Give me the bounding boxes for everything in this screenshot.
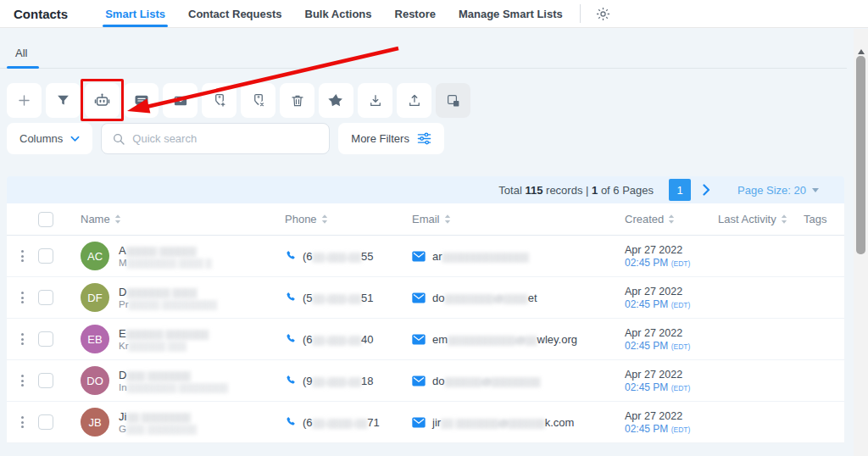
sort-icon bbox=[114, 214, 121, 225]
name-cell[interactable]: DO D▒▒▒ ▒▒▒▒▒▒▒ In▒▒▒▒▒▒▒▒ ▒▒▒▒▒▒▒▒ bbox=[75, 360, 278, 401]
created-date: Apr 27 2022 bbox=[625, 410, 682, 422]
phone-cell[interactable]: (6▒▒-▒▒▒-▒▒55 bbox=[278, 236, 405, 276]
name-cell[interactable]: JB Ji▒▒ ▒▒▒▒▒▒▒▒ G▒▒▒ ▒▒▒▒▒▒▒▒ bbox=[75, 402, 278, 442]
tag-plus-icon bbox=[211, 92, 228, 109]
email-value: em▒▒▒▒▒▒▒▒▒▒▒@▒▒wley.org bbox=[432, 333, 577, 346]
table-header: Name Phone Email Created Last Activity bbox=[7, 203, 844, 236]
email-cell[interactable]: jir▒▒ ▒▒▒▒▒▒▒@▒▒▒▒▒▒k.com bbox=[405, 402, 617, 442]
select-all-checkbox[interactable] bbox=[38, 212, 53, 227]
row-checkbox[interactable] bbox=[38, 248, 53, 264]
tab-contact-requests[interactable]: Contact Requests bbox=[188, 0, 282, 27]
remove-tag-button[interactable] bbox=[241, 83, 275, 118]
funnel-icon bbox=[56, 93, 70, 108]
phone-cell[interactable]: (5▒▒-▒▒▒-▒▒51 bbox=[278, 277, 405, 318]
name-cell[interactable]: DF D▒▒▒▒▒▒▒ ▒▒▒▒ Pr▒▒▒▒▒ ▒▒▒▒▒▒▒▒▒ bbox=[75, 277, 278, 318]
row-menu-icon[interactable] bbox=[7, 236, 37, 276]
column-header-email[interactable]: Email bbox=[405, 203, 617, 235]
send-email-button[interactable] bbox=[163, 83, 198, 118]
column-header-last-activity[interactable]: Last Activity bbox=[710, 203, 799, 235]
contact-subtitle: In▒▒▒▒▒▒▒▒ ▒▒▒▒▒▒▒▒ bbox=[119, 382, 228, 392]
table-row[interactable]: EB E▒▒▒▒▒▒ ▒▒▒▒▒▒▒ Kr▒▒▒▒▒▒ ▒▒▒ (6▒▒-▒▒▒… bbox=[7, 319, 844, 360]
last-activity-cell bbox=[710, 402, 799, 442]
avatar: JB bbox=[81, 408, 109, 437]
created-time: 02:45 PM (EDT) bbox=[625, 423, 690, 435]
row-checkbox[interactable] bbox=[38, 290, 53, 305]
search-input[interactable] bbox=[132, 132, 319, 145]
contact-name: E▒▒▒▒▒▒ ▒▒▒▒▒▒▒ bbox=[119, 327, 209, 340]
email-cell[interactable]: ar▒▒▒▒▒▒▒▒▒▒▒▒▒▒ bbox=[405, 236, 617, 276]
add-tag-button[interactable] bbox=[202, 83, 236, 118]
name-cell[interactable]: AC A▒▒▒▒▒ ▒▒▒▒▒▒ M▒▒▒▒▒▒▒▒ ▒▒▒▒ ▒ bbox=[75, 236, 278, 276]
more-filters-button[interactable]: More Filters bbox=[338, 123, 444, 154]
add-contact-button[interactable] bbox=[7, 83, 42, 118]
import-button[interactable] bbox=[358, 83, 392, 118]
contact-subtitle: Pr▒▒▒▒▒ ▒▒▒▒▒▒▒▒▒ bbox=[119, 299, 217, 309]
contact-name: A▒▒▒▒▒ ▒▒▒▒▒▒ bbox=[119, 244, 212, 257]
filter-button[interactable] bbox=[46, 83, 81, 118]
row-checkbox[interactable] bbox=[38, 414, 53, 430]
delete-button[interactable] bbox=[280, 83, 314, 118]
records-summary: Total 115 records | 1 of 6 Pages bbox=[498, 184, 654, 197]
phone-cell[interactable]: (6▒▒-▒▒▒-▒▒40 bbox=[278, 319, 405, 359]
created-date: Apr 27 2022 bbox=[625, 286, 682, 298]
email-icon bbox=[412, 334, 426, 345]
table-row[interactable]: DF D▒▒▒▒▒▒▒ ▒▒▒▒ Pr▒▒▒▒▒ ▒▒▒▒▒▒▒▒▒ (5▒▒-… bbox=[7, 277, 844, 319]
avatar: DF bbox=[81, 283, 109, 312]
phone-cell[interactable]: (6▒▒-▒▒▒▒-▒▒71 bbox=[278, 402, 405, 442]
tab-all[interactable]: All bbox=[15, 47, 27, 68]
name-cell[interactable]: EB E▒▒▒▒▒▒ ▒▒▒▒▒▒▒ Kr▒▒▒▒▒▒ ▒▒▒ bbox=[75, 319, 278, 359]
scrollbar-thumb[interactable] bbox=[856, 56, 865, 254]
phone-cell[interactable]: (9▒▒-▒▒▒-▒▒18 bbox=[278, 360, 405, 401]
created-cell: Apr 27 2022 02:45 PM (EDT) bbox=[617, 360, 710, 401]
avatar: EB bbox=[81, 325, 109, 353]
column-header-created[interactable]: Created bbox=[617, 203, 710, 235]
column-header-phone[interactable]: Phone bbox=[278, 203, 405, 235]
email-value: ar▒▒▒▒▒▒▒▒▒▒▒▒▒▒ bbox=[432, 250, 529, 263]
email-cell[interactable]: do▒▒▒▒▒▒▒▒@▒▒▒▒et bbox=[405, 277, 617, 318]
caret-down-icon bbox=[812, 188, 819, 192]
vertical-scrollbar[interactable] bbox=[854, 29, 868, 456]
favorite-button[interactable] bbox=[319, 83, 353, 118]
chevron-down-icon bbox=[70, 136, 80, 142]
email-cell[interactable]: em▒▒▒▒▒▒▒▒▒▒▒@▒▒wley.org bbox=[405, 319, 617, 359]
pagination-bar: Total 115 records | 1 of 6 Pages 1 Page … bbox=[7, 176, 844, 203]
table-row[interactable]: AC A▒▒▒▒▒ ▒▒▒▒▒▒ M▒▒▒▒▒▒▒▒ ▒▒▒▒ ▒ (6▒▒-▒… bbox=[7, 236, 844, 277]
row-checkbox[interactable] bbox=[38, 331, 53, 347]
table-row[interactable]: JB Ji▒▒ ▒▒▒▒▒▒▒▒ G▒▒▒ ▒▒▒▒▒▒▒▒ (6▒▒-▒▒▒▒… bbox=[7, 402, 844, 443]
row-checkbox[interactable] bbox=[38, 373, 53, 388]
row-menu-icon[interactable] bbox=[7, 360, 37, 401]
column-header-name[interactable]: Name bbox=[75, 203, 278, 235]
automation-robot-button[interactable] bbox=[85, 83, 120, 118]
scroll-up-icon[interactable] bbox=[858, 49, 865, 54]
merge-contacts-button[interactable] bbox=[436, 83, 470, 118]
row-menu-icon[interactable] bbox=[7, 319, 37, 359]
created-date: Apr 27 2022 bbox=[625, 244, 682, 256]
column-header-tags[interactable]: Tags bbox=[799, 203, 844, 235]
export-button[interactable] bbox=[397, 83, 431, 118]
row-menu-icon[interactable] bbox=[7, 402, 37, 442]
last-activity-cell bbox=[710, 360, 799, 401]
page-size-dropdown[interactable]: Page Size: 20 bbox=[737, 184, 819, 197]
more-filters-label: More Filters bbox=[351, 132, 409, 145]
next-page-icon[interactable] bbox=[703, 184, 710, 196]
phone-icon bbox=[285, 250, 297, 262]
sort-icon bbox=[444, 214, 451, 225]
tab-bulk-actions[interactable]: Bulk Actions bbox=[305, 0, 372, 27]
columns-dropdown[interactable]: Columns bbox=[7, 123, 92, 154]
star-icon bbox=[328, 92, 344, 108]
created-time: 02:45 PM (EDT) bbox=[625, 381, 690, 393]
tab-smart-lists[interactable]: Smart Lists bbox=[105, 0, 165, 27]
tab-manage-smart-lists[interactable]: Manage Smart Lists bbox=[459, 0, 563, 27]
robot-icon bbox=[93, 92, 111, 109]
page-button-1[interactable]: 1 bbox=[669, 179, 691, 201]
created-cell: Apr 27 2022 02:45 PM (EDT) bbox=[617, 402, 710, 442]
table-row[interactable]: DO D▒▒▒ ▒▒▒▒▒▒▒ In▒▒▒▒▒▒▒▒ ▒▒▒▒▒▒▒▒ (9▒▒… bbox=[7, 360, 844, 402]
email-cell[interactable]: do▒▒▒▒▒▒@▒▒▒▒▒▒▒▒ bbox=[405, 360, 617, 401]
row-menu-icon[interactable] bbox=[7, 277, 37, 318]
gear-icon[interactable] bbox=[595, 6, 611, 22]
tags-cell bbox=[799, 360, 844, 401]
contact-subtitle: G▒▒▒ ▒▒▒▒▒▒▒▒ bbox=[119, 424, 197, 434]
send-sms-button[interactable] bbox=[124, 83, 159, 118]
tags-cell bbox=[799, 277, 844, 318]
tab-restore[interactable]: Restore bbox=[395, 0, 436, 27]
